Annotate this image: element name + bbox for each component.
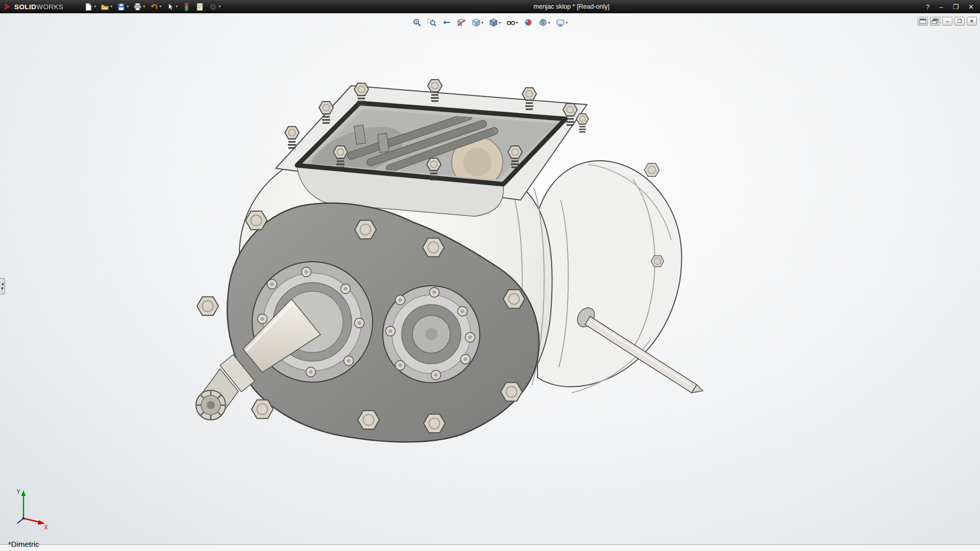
window-title: menjac sklop * [Read-only]: [222, 3, 921, 10]
heads-up-view-toolbar: ▾ ▾ ▾ ▾ ▾: [411, 17, 569, 28]
apply-scene-button[interactable]: ▾: [537, 17, 551, 28]
previous-view-icon: [442, 18, 451, 27]
help-button[interactable]: ?: [926, 3, 929, 11]
document-minimize-button[interactable]: –: [942, 17, 952, 26]
display-style-button[interactable]: ▾: [488, 17, 502, 28]
app-logo: SOLIDWORKS: [0, 3, 67, 11]
new-window-button[interactable]: [930, 17, 940, 26]
document-window-controls: – ❐ ✕: [918, 17, 977, 26]
file-properties-button[interactable]: [194, 1, 206, 12]
open-button[interactable]: ▾: [99, 1, 114, 12]
view-orientation-label: *Dimetric: [8, 540, 39, 548]
select-cursor-icon: [166, 3, 175, 11]
expand-arrow-icon: [2, 287, 4, 290]
options-button[interactable]: ▾: [207, 1, 222, 12]
print-button[interactable]: ▾: [132, 1, 146, 12]
switch-window-button[interactable]: [918, 17, 928, 26]
window-controls: ? – ❐ ✕: [921, 3, 980, 11]
dropdown-arrow-icon[interactable]: ▾: [566, 20, 568, 25]
window-icon: [919, 18, 926, 24]
restore-button[interactable]: ❐: [952, 3, 959, 11]
file-properties-icon: [195, 3, 204, 11]
dropdown-arrow-icon[interactable]: ▾: [94, 5, 96, 9]
zoom-to-area-button[interactable]: [426, 17, 437, 28]
minimize-button[interactable]: –: [939, 3, 943, 11]
section-view-icon: [457, 18, 466, 27]
hide-show-glasses-icon: [506, 18, 516, 27]
rebuild-button[interactable]: [181, 1, 192, 12]
dropdown-arrow-icon[interactable]: ▾: [127, 5, 129, 9]
print-icon: [133, 3, 142, 11]
edit-appearance-button[interactable]: [523, 17, 534, 28]
section-view-button[interactable]: [456, 17, 467, 28]
display-style-icon: [489, 18, 498, 27]
new-document-icon: [84, 3, 93, 11]
dropdown-arrow-icon[interactable]: ▾: [548, 20, 550, 25]
save-floppy-icon: [117, 3, 126, 11]
status-bar: [0, 544, 980, 551]
triad-y-label: Y: [16, 488, 20, 495]
logo-works: WORKS: [36, 3, 63, 11]
dropdown-arrow-icon[interactable]: ▾: [481, 20, 483, 25]
dropdown-arrow-icon[interactable]: ▾: [218, 5, 220, 9]
dropdown-arrow-icon[interactable]: ▾: [143, 5, 145, 9]
zoom-to-fit-button[interactable]: [411, 17, 423, 28]
view-orientation-cube-icon: [472, 18, 481, 27]
titlebar: SOLIDWORKS ▾ ▾ ▾ ▾ ▾ ▾: [0, 0, 980, 13]
edit-appearance-ball-icon: [524, 18, 533, 27]
view-settings-button[interactable]: ▾: [555, 17, 569, 28]
select-button[interactable]: ▾: [164, 1, 179, 12]
dropdown-arrow-icon[interactable]: ▾: [159, 5, 161, 9]
undo-button[interactable]: ▾: [148, 1, 163, 12]
orientation-triad: Y X: [11, 487, 51, 531]
view-settings-icon: [556, 18, 565, 27]
undo-arrow-icon: [150, 3, 158, 11]
solidworks-logo-icon: [4, 3, 12, 11]
document-close-button[interactable]: ✕: [967, 17, 977, 26]
options-gear-icon: [209, 3, 217, 11]
view-orientation-button[interactable]: ▾: [471, 17, 484, 28]
zoom-to-area-icon: [427, 18, 436, 27]
open-folder-icon: [101, 3, 109, 11]
document-restore-button[interactable]: ❐: [954, 17, 965, 26]
dropdown-arrow-icon[interactable]: ▾: [176, 5, 178, 9]
dropdown-arrow-icon[interactable]: ▾: [516, 20, 518, 25]
graphics-viewport[interactable]: [0, 13, 980, 551]
rebuild-stoplight-icon: [182, 3, 191, 11]
previous-view-button[interactable]: [441, 17, 452, 28]
apply-scene-globe-icon: [538, 18, 548, 27]
close-button[interactable]: ✕: [968, 3, 974, 11]
save-button[interactable]: ▾: [115, 1, 130, 12]
triad-x-label: X: [44, 524, 48, 531]
hide-show-items-button[interactable]: ▾: [505, 17, 519, 28]
new-document-button[interactable]: ▾: [83, 1, 97, 12]
window-cascade-icon: [932, 18, 939, 24]
collapse-arrow-icon: [2, 283, 4, 286]
logo-solid: SOLID: [14, 3, 36, 11]
zoom-to-fit-icon: [412, 18, 422, 27]
dropdown-arrow-icon[interactable]: ▾: [499, 20, 501, 25]
featuremanager-splitter-tab[interactable]: [0, 278, 5, 294]
app-logo-text: SOLIDWORKS: [14, 3, 63, 11]
menu-bar-toolbar: ▾ ▾ ▾ ▾ ▾ ▾ ▾: [83, 1, 222, 12]
dropdown-arrow-icon[interactable]: ▾: [110, 5, 112, 9]
